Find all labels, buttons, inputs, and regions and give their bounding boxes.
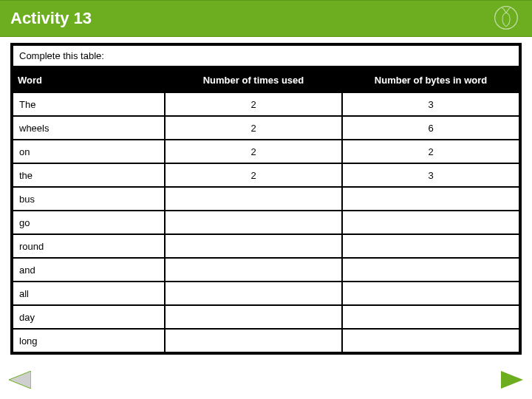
cell-word: all [13,282,164,304]
table-row: wheels 2 6 [13,117,519,139]
cell-word: the [13,164,164,186]
col-header-bytes: Number of bytes in word [343,69,519,92]
cell-word: and [13,259,164,281]
cell-bytes[interactable] [343,235,519,257]
cell-times[interactable]: 2 [166,164,341,186]
svg-marker-1 [9,371,31,389]
deer-logo-icon [494,5,519,30]
cell-word: bus [13,188,164,210]
page-title: Activity 13 [10,9,92,28]
table-row: bus [13,188,519,210]
cell-times[interactable]: 2 [166,140,341,163]
cell-word: wheels [13,117,164,139]
cell-bytes[interactable] [343,330,519,352]
slide-header: Activity 13 [0,0,532,37]
cell-word: go [13,211,164,233]
cell-bytes[interactable] [343,306,519,328]
cell-word: long [13,330,164,352]
table-row: the 2 3 [13,164,519,186]
col-header-word: Word [13,69,164,92]
cell-bytes[interactable] [343,211,519,233]
content-area: Complete this table: Word Number of time… [10,43,522,355]
svg-marker-3 [501,371,523,389]
col-header-times: Number of times used [166,69,341,92]
cell-word: round [13,235,164,257]
table-body: The 2 3 wheels 2 6 on 2 2 [13,93,519,352]
cell-word: on [13,140,164,163]
cell-times[interactable] [166,306,341,328]
cell-bytes[interactable] [343,282,519,304]
cell-times[interactable] [166,235,341,257]
cell-times[interactable]: 2 [166,93,341,115]
cell-bytes[interactable]: 2 [343,140,519,163]
svg-point-0 [495,7,518,30]
table-row: go [13,211,519,233]
prev-slide-button[interactable] [9,371,31,392]
cell-times[interactable] [166,330,341,352]
table-row: long [13,330,519,352]
instruction-text: Complete this table: [13,46,519,66]
cell-times[interactable]: 2 [166,117,341,139]
cell-times[interactable] [166,259,341,281]
table-row: and [13,259,519,281]
table-header-row: Word Number of times used Number of byte… [13,69,519,92]
table-row: The 2 3 [13,93,519,115]
cell-times[interactable] [166,282,341,304]
cell-bytes[interactable]: 6 [343,117,519,139]
cell-times[interactable] [166,188,341,210]
table-row: all [13,282,519,304]
table-row: day [13,306,519,328]
cell-word: day [13,306,164,328]
cell-bytes[interactable] [343,188,519,210]
word-table: Word Number of times used Number of byte… [12,67,520,353]
table-row: on 2 2 [13,140,519,163]
next-slide-button[interactable] [501,371,523,392]
cell-word: The [13,93,164,115]
cell-bytes[interactable]: 3 [343,93,519,115]
cell-bytes[interactable] [343,259,519,281]
cell-times[interactable] [166,211,341,233]
table-row: round [13,235,519,257]
cell-bytes[interactable]: 3 [343,164,519,186]
prev-slide-icon [9,378,31,391]
slide: Activity 13 Complete this table: Word Nu… [0,0,532,399]
next-slide-icon [501,378,523,391]
table-frame: Complete this table: Word Number of time… [10,43,522,355]
